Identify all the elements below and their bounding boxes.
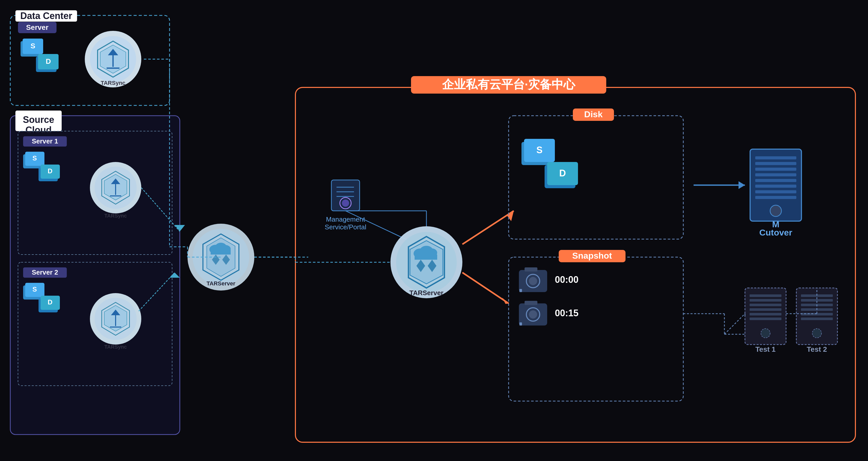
server1-badge: Server 1 [32, 137, 58, 145]
svg-rect-106 [519, 289, 522, 292]
dc-server-badge: Server [26, 23, 48, 31]
svg-rect-103 [525, 267, 537, 271]
svg-rect-120 [755, 162, 796, 165]
server2-badge: Server 2 [32, 268, 58, 276]
svg-text:Cloud: Cloud [25, 125, 52, 135]
data-center-label: Data Center [20, 10, 72, 21]
snapshot-time2: 00:15 [555, 308, 579, 318]
svg-text:D: D [46, 57, 51, 65]
disk-section-label: Disk [584, 109, 602, 119]
svg-point-105 [529, 277, 537, 285]
svg-rect-131 [750, 304, 781, 306]
svg-point-143 [812, 328, 822, 338]
svg-rect-126 [755, 196, 796, 199]
server2-tarsync-label: TARSync [104, 344, 127, 350]
svg-rect-85 [414, 255, 437, 260]
svg-text:S: S [31, 42, 35, 50]
svg-rect-121 [755, 168, 796, 171]
svg-point-135 [761, 328, 770, 338]
svg-rect-129 [750, 294, 781, 297]
svg-rect-142 [801, 318, 833, 320]
svg-rect-133 [750, 313, 781, 315]
dc-tarsync-label: TARSync [101, 80, 125, 86]
svg-text:D: D [48, 167, 53, 175]
svg-rect-134 [750, 318, 781, 320]
svg-rect-108 [525, 301, 537, 305]
server1-tarsync-label: TARSync [104, 213, 127, 219]
mgmt-service-label: Management [326, 215, 365, 223]
svg-rect-111 [519, 322, 522, 325]
svg-point-110 [529, 310, 537, 319]
svg-text:S: S [536, 145, 542, 155]
svg-point-127 [770, 205, 781, 217]
svg-rect-123 [755, 179, 796, 182]
svg-rect-125 [755, 190, 796, 193]
snapshot-section-label: Snapshot [572, 251, 612, 260]
svg-rect-61 [211, 250, 231, 255]
svg-rect-119 [755, 156, 796, 160]
svg-rect-122 [755, 173, 796, 176]
svg-point-76 [342, 200, 349, 207]
svg-rect-124 [755, 184, 796, 188]
svg-text:D: D [559, 168, 566, 178]
snapshot-time1: 00:00 [555, 274, 579, 285]
svg-rect-132 [750, 308, 781, 311]
svg-rect-130 [750, 299, 781, 301]
test2-label: Test 2 [807, 345, 827, 353]
mgmt-portal-label: Service/Portal [325, 223, 366, 231]
mid-tarserver-label: TARServer [207, 280, 236, 287]
right-tarserver-label: TARServer [409, 289, 443, 297]
svg-text:D: D [48, 298, 53, 306]
test1-label: Test 1 [755, 345, 776, 353]
cutover-label: Cutover [760, 228, 792, 237]
svg-text:S: S [32, 285, 37, 293]
svg-text:S: S [32, 154, 37, 162]
source-cloud-label: Source [23, 114, 54, 125]
enterprise-label: 企业私有云平台·灾备中心 [442, 78, 576, 91]
